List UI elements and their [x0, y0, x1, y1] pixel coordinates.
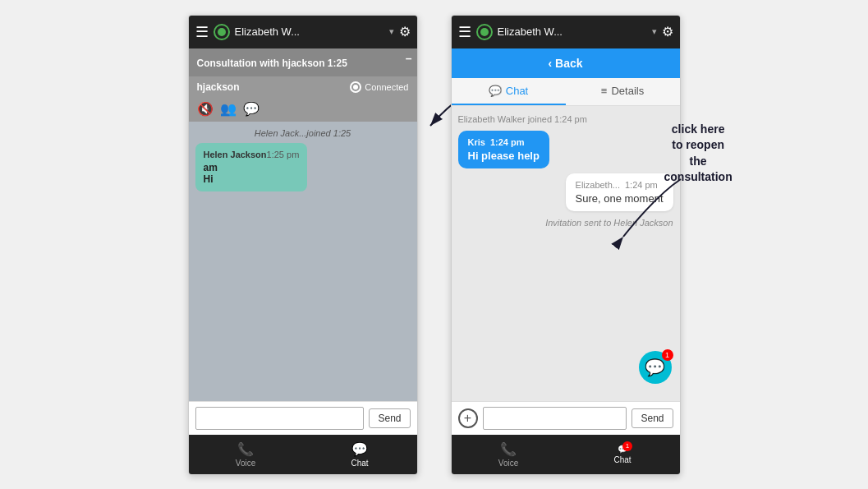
- status-dot: [214, 24, 230, 40]
- blue-bubble-header: Kris 1:24 pm: [468, 137, 540, 147]
- connected-icon: [350, 81, 361, 93]
- left-header: ☰ Elizabeth W... ▾ ⚙: [189, 16, 417, 48]
- fab-button[interactable]: 💬 1: [639, 351, 672, 384]
- voice-icon: 📞: [237, 441, 254, 457]
- bubble-line2: Hi: [204, 173, 300, 185]
- chevron-down-icon[interactable]: ▾: [389, 26, 394, 37]
- left-chat-label: Chat: [351, 459, 368, 468]
- hamburger-icon[interactable]: ☰: [195, 23, 209, 41]
- consultation-title: Consultation with hjackson 1:25: [197, 58, 347, 69]
- add-button[interactable]: +: [458, 408, 478, 428]
- left-chat-input[interactable]: [195, 407, 365, 430]
- mute-icon[interactable]: 🔇: [197, 101, 214, 117]
- left-voice-label: Voice: [236, 459, 255, 468]
- fab-container: 💬 1: [639, 351, 672, 384]
- settings-icon[interactable]: ⚙: [399, 24, 411, 39]
- chat-tab-icon: 💬: [489, 85, 502, 97]
- back-arrow-icon: ‹: [548, 57, 552, 70]
- right-annotation-text: click hereto reopentheconsultation: [664, 122, 733, 186]
- right-agent-name: Elizabeth W...: [498, 25, 647, 38]
- left-send-button[interactable]: Send: [369, 408, 410, 428]
- left-chat-bubble: Helen Jackson 1:25 pm am Hi: [195, 143, 308, 191]
- right-send-button[interactable]: Send: [631, 408, 673, 428]
- left-bottom-nav: 📞 Voice 💬 Chat: [189, 435, 417, 474]
- right-chat-icon-wrapper: 💬 1: [618, 445, 627, 454]
- more-icon[interactable]: 💬: [243, 101, 259, 117]
- bubble-line1: am: [204, 162, 300, 173]
- consultation-header: Consultation with hjackson 1:25 –: [189, 48, 417, 76]
- chat-tab-label: Chat: [506, 85, 528, 97]
- blue-time: 1:24 pm: [490, 137, 525, 147]
- left-system-msg: Helen Jack...joined 1:25: [195, 128, 411, 138]
- fab-badge: 1: [662, 349, 673, 361]
- left-chat-content: Helen Jack...joined 1:25 Helen Jackson 1…: [189, 122, 417, 401]
- right-header: ☰ Elizabeth W... ▾ ⚙: [452, 16, 680, 48]
- left-voice-nav[interactable]: 📞 Voice: [189, 435, 303, 474]
- bubble-header: Helen Jackson 1:25 pm: [204, 150, 300, 159]
- right-voice-nav[interactable]: 📞 Voice: [452, 435, 566, 474]
- app-wrapper: ☰ Elizabeth W... ▾ ⚙ Consultation with h…: [188, 15, 681, 475]
- right-chat-label: Chat: [613, 455, 631, 464]
- details-tab-icon: ≡: [601, 85, 608, 97]
- right-hamburger-icon[interactable]: ☰: [458, 23, 471, 41]
- tab-details[interactable]: ≡ Details: [566, 78, 680, 105]
- tabs-bar: 💬 Chat ≡ Details: [452, 78, 680, 106]
- hjackson-name: hjackson: [197, 81, 240, 93]
- left-agent-name: Elizabeth W...: [235, 25, 384, 38]
- right-input-area: + Send: [452, 401, 680, 435]
- right-bottom-nav: 📞 Voice 💬 1 Chat: [452, 435, 680, 474]
- right-voice-icon: 📞: [500, 441, 517, 457]
- right-status-dot: [476, 24, 493, 40]
- chat-icon: 💬: [351, 441, 368, 457]
- blue-text: Hi please help: [468, 150, 540, 162]
- tab-chat[interactable]: 💬 Chat: [452, 78, 566, 105]
- blue-sender: Kris: [468, 137, 485, 147]
- connected-label: Connected: [365, 82, 408, 92]
- details-tab-label: Details: [611, 85, 644, 97]
- add-participant-icon[interactable]: 👥: [220, 101, 237, 117]
- right-voice-label: Voice: [498, 459, 518, 468]
- right-system-msg: Elizabeth Walker joined 1:24 pm: [458, 113, 673, 126]
- left-chat-nav[interactable]: 💬 Chat: [303, 435, 417, 474]
- back-label: Back: [555, 57, 582, 70]
- back-button[interactable]: ‹ Back: [452, 48, 680, 78]
- action-icons-bar: 🔇 👥 💬: [189, 98, 417, 122]
- right-settings-icon[interactable]: ⚙: [662, 24, 673, 39]
- right-chat-nav[interactable]: 💬 1 Chat: [566, 435, 680, 474]
- left-phone-panel: ☰ Elizabeth W... ▾ ⚙ Consultation with h…: [188, 15, 418, 475]
- minimize-button[interactable]: –: [406, 52, 412, 65]
- right-chevron-icon[interactable]: ▾: [652, 26, 657, 37]
- right-chat-input[interactable]: [483, 407, 627, 430]
- right-bubble-blue: Kris 1:24 pm Hi please help: [458, 131, 549, 168]
- bubble-sender: Helen Jackson: [204, 150, 267, 159]
- left-input-area: Send: [189, 401, 417, 435]
- connected-badge: Connected: [350, 81, 408, 93]
- consultation-status: hjackson Connected: [189, 76, 417, 98]
- bubble-time: 1:25 pm: [267, 150, 300, 159]
- right-chat-badge: 1: [622, 441, 632, 451]
